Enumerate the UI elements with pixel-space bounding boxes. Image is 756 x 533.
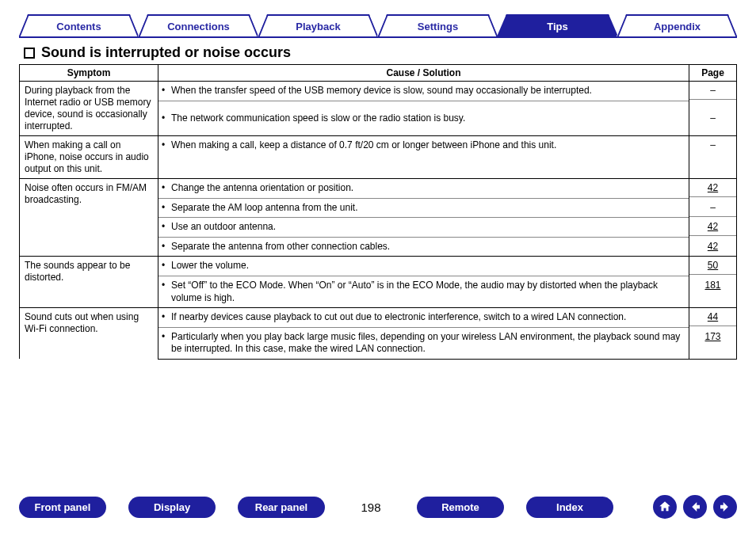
col-header-page: Page: [689, 65, 737, 82]
tab-tips[interactable]: Tips: [497, 14, 618, 36]
cause-cell: •Separate the AM loop antenna from the u…: [158, 199, 689, 219]
heading-text: Sound is interrupted or noise occurs: [41, 44, 291, 61]
section-heading: Sound is interrupted or noise occurs: [24, 44, 737, 61]
cause-cell: •Set “Off” to the ECO Mode. When “On” or…: [158, 276, 689, 308]
page-link[interactable]: 181: [704, 280, 720, 291]
page-cell: 42: [689, 238, 737, 257]
rear-panel-button[interactable]: Rear panel: [238, 497, 325, 518]
page-link[interactable]: 42: [708, 241, 718, 252]
bullet-icon: •: [162, 311, 171, 324]
cause-cell: •Use an outdoor antenna.: [158, 218, 689, 238]
col-header-symptom: Symptom: [20, 65, 158, 82]
cause-text: Lower the volume.: [171, 260, 249, 272]
page-link[interactable]: 44: [708, 311, 718, 322]
page-link[interactable]: 50: [708, 260, 718, 271]
bullet-icon: •: [162, 221, 171, 234]
cause-text: Separate the AM loop antenna from the un…: [171, 202, 358, 215]
bullet-icon: •: [162, 85, 171, 97]
page-cell: 42: [689, 179, 737, 199]
page-link[interactable]: 173: [704, 331, 720, 342]
cause-text: The network communication speed is slow …: [171, 112, 465, 125]
arrow-right-icon[interactable]: [713, 495, 737, 519]
bullet-icon: •: [162, 241, 171, 253]
page-link[interactable]: 42: [708, 221, 718, 232]
cause-cell: •Separate the antenna from other connect…: [158, 238, 689, 257]
cause-cell: •Lower the volume.: [158, 257, 689, 276]
cause-text: Change the antenna orientation or positi…: [171, 182, 353, 195]
page-cell: –: [689, 109, 737, 136]
cause-text: Separate the antenna from other connecti…: [171, 241, 390, 253]
page-cell: –: [689, 136, 737, 179]
cause-cell: •When the transfer speed of the USB memo…: [158, 82, 689, 109]
page-cell: 181: [689, 276, 737, 308]
cause-text: Particularly when you play back large mu…: [171, 331, 684, 356]
symptom-cell: Sound cuts out when using Wi-Fi connecti…: [20, 308, 158, 360]
bullet-icon: •: [162, 202, 171, 215]
symptom-cell: When making a call on iPhone, noise occu…: [20, 136, 158, 179]
symptom-cell: Noise often occurs in FM/AM broadcasting…: [20, 179, 158, 257]
col-header-cause: Cause / Solution: [158, 65, 689, 82]
cause-cell: •The network communication speed is slow…: [158, 109, 689, 136]
bullet-icon: •: [162, 112, 171, 125]
tab-playback[interactable]: Playback: [258, 14, 379, 36]
arrow-left-icon[interactable]: [683, 495, 707, 519]
troubleshooting-table: Symptom Cause / Solution Page During pla…: [19, 64, 737, 360]
bullet-icon: •: [162, 280, 171, 304]
bullet-icon: •: [162, 139, 171, 152]
remote-button[interactable]: Remote: [417, 497, 504, 518]
page-cell: –: [689, 82, 737, 109]
cause-cell: •If nearby devices cause playback to cut…: [158, 308, 689, 328]
page-cell: 50: [689, 257, 737, 276]
cause-text: If nearby devices cause playback to cut …: [171, 311, 626, 324]
front-panel-button[interactable]: Front panel: [19, 497, 106, 518]
page-cell: –: [689, 199, 737, 219]
bullet-icon: •: [162, 331, 171, 356]
bullet-icon: •: [162, 182, 171, 195]
square-bullet-icon: [24, 48, 35, 59]
cause-text: Set “Off” to the ECO Mode. When “On” or …: [171, 280, 684, 304]
tab-appendix[interactable]: Appendix: [617, 14, 738, 36]
tab-connections[interactable]: Connections: [138, 14, 259, 36]
cause-cell: •Change the antenna orientation or posit…: [158, 179, 689, 199]
page-cell: 42: [689, 218, 737, 238]
page-cell: 173: [689, 328, 737, 360]
display-button[interactable]: Display: [128, 497, 216, 518]
cause-cell: •When making a call, keep a distance of …: [158, 136, 689, 179]
page-cell: 44: [689, 308, 737, 328]
tab-settings[interactable]: Settings: [377, 14, 498, 36]
cause-text: Use an outdoor antenna.: [171, 221, 276, 234]
tab-contents[interactable]: Contents: [18, 14, 139, 36]
bullet-icon: •: [162, 260, 171, 272]
symptom-cell: During playback from the Internet radio …: [20, 82, 158, 136]
footer-bar: Front panelDisplayRear panel198RemoteInd…: [0, 495, 756, 519]
cause-text: When the transfer speed of the USB memor…: [171, 85, 592, 97]
top-tab-bar: ContentsConnectionsPlaybackSettingsTipsA…: [19, 14, 737, 38]
symptom-cell: The sounds appear to be distorted.: [20, 257, 158, 308]
home-icon[interactable]: [653, 495, 677, 519]
cause-text: When making a call, keep a distance of 0…: [171, 139, 556, 152]
page-number: 198: [347, 501, 395, 514]
index-button[interactable]: Index: [526, 497, 613, 518]
cause-cell: •Particularly when you play back large m…: [158, 328, 689, 360]
page-link[interactable]: 42: [708, 182, 718, 193]
